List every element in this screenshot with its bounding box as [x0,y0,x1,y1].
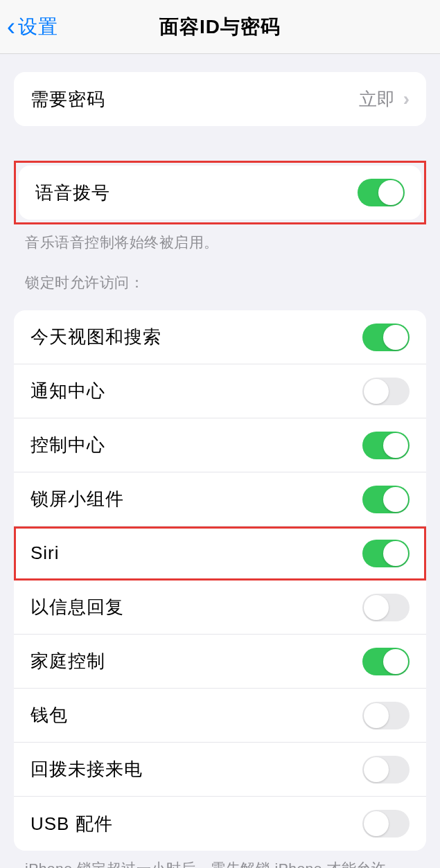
toggle-knob [383,541,408,566]
toggle-knob [383,325,408,350]
lock-access-row: 通知中心 [14,364,426,418]
lock-access-row: 锁屏小组件 [14,472,426,526]
chevron-left-icon: ‹ [7,15,15,39]
lock-access-label: USB 配件 [30,812,113,836]
require-passcode-value: 立即 [359,87,395,112]
toggle-knob [364,595,389,620]
lock-access-toggle[interactable] [362,432,410,459]
back-button[interactable]: ‹ 设置 [7,14,58,40]
require-passcode-label: 需要密码 [30,87,105,112]
toggle-knob [364,811,389,836]
lock-access-row: Siri [14,526,426,581]
lock-access-toggle[interactable] [362,378,410,405]
lock-access-row: 家庭控制 [14,635,426,689]
lock-access-toggle[interactable] [362,594,410,621]
lock-access-row: 控制中心 [14,418,426,472]
toggle-knob [383,487,408,512]
lock-access-row: 回拨未接来电 [14,743,426,797]
lock-access-label: Siri [30,542,60,564]
page-title: 面容ID与密码 [159,14,281,40]
lock-access-toggle[interactable] [362,702,410,729]
lock-access-label: 通知中心 [30,379,105,403]
require-passcode-row[interactable]: 需要密码 立即 › [14,72,426,126]
lock-access-label: 锁屏小组件 [30,487,124,511]
lock-access-section: 今天视图和搜索通知中心控制中心锁屏小组件Siri以信息回复家庭控制钱包回拨未接来… [14,310,426,851]
lock-access-toggle[interactable] [362,540,410,567]
toggle-knob [364,379,389,404]
voice-dial-row: 语音拨号 [19,166,421,220]
highlight-voice-dial: 语音拨号 [14,161,426,224]
lock-access-toggle[interactable] [362,810,410,838]
toggle-knob [364,757,389,782]
toggle-knob [383,433,408,458]
lock-access-toggle[interactable] [362,486,410,513]
voice-dial-note: 音乐语音控制将始终被启用。 [25,233,415,252]
lock-access-header: 锁定时允许访问： [25,273,415,292]
lock-access-label: 控制中心 [30,433,105,457]
require-passcode-value-group: 立即 › [359,87,410,112]
lock-access-row: 今天视图和搜索 [14,310,426,364]
lock-access-toggle[interactable] [362,324,410,351]
voice-dial-label: 语音拨号 [35,181,110,205]
navigation-header: ‹ 设置 面容ID与密码 [0,0,440,54]
lock-access-row: 钱包 [14,689,426,743]
lock-access-label: 钱包 [30,703,68,727]
back-label: 设置 [18,14,58,40]
toggle-knob [383,649,408,674]
toggle-knob [364,703,389,728]
lock-access-label: 家庭控制 [30,649,105,673]
lock-access-footer: iPhone 锁定超过一小时后，需先解锁 iPhone 才能允许 USB 配件连… [25,859,415,868]
lock-access-row: USB 配件 [14,797,426,851]
voice-dial-toggle[interactable] [358,179,405,206]
lock-access-toggle[interactable] [362,756,410,783]
chevron-right-icon: › [403,88,410,110]
lock-access-toggle[interactable] [362,648,410,675]
lock-access-label: 以信息回复 [30,595,124,619]
voice-dial-section: 语音拨号 [19,166,421,220]
toggle-knob [378,180,403,205]
lock-access-row: 以信息回复 [14,581,426,635]
lock-access-label: 回拨未接来电 [30,757,143,781]
lock-access-label: 今天视图和搜索 [30,325,161,349]
passcode-section: 需要密码 立即 › [14,72,426,126]
